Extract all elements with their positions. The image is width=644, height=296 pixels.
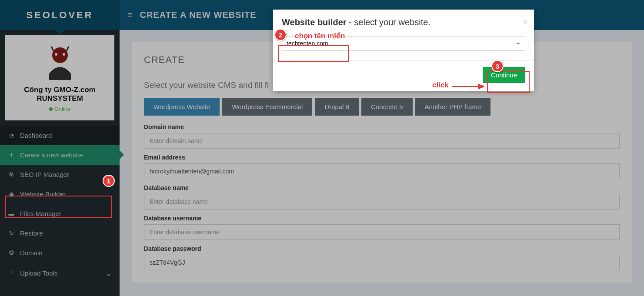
website-select[interactable]: techtenten.com	[282, 36, 525, 51]
modal-title-rest: - select your website.	[347, 17, 430, 27]
modal-title-bold: Website builder	[282, 17, 347, 27]
modal-header: Website builder - select your website. ×	[273, 10, 534, 33]
modal-title: Website builder - select your website.	[282, 17, 525, 27]
close-icon[interactable]: ×	[523, 17, 528, 27]
continue-button[interactable]: Continue	[483, 67, 525, 83]
modal-footer: Continue	[273, 60, 534, 91]
modal-body: techtenten.com	[273, 33, 534, 60]
website-builder-modal: Website builder - select your website. ×…	[273, 10, 534, 91]
